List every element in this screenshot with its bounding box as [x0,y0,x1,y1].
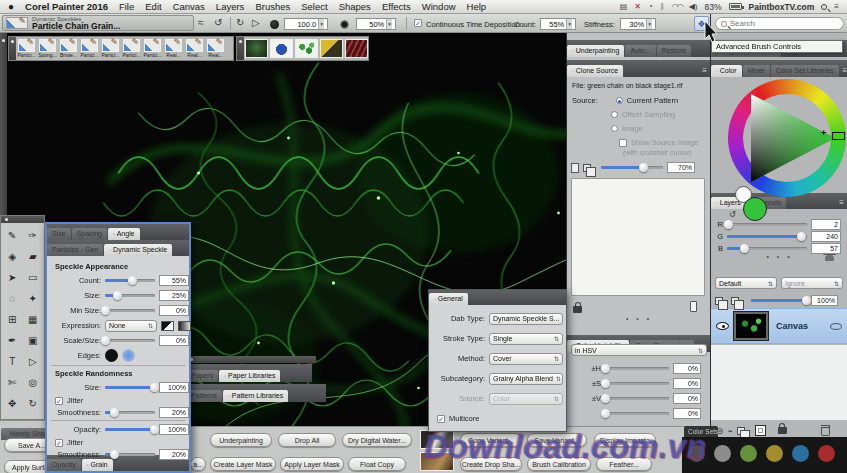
menu-shapes[interactable]: Shapes [339,1,371,12]
menu-canvas[interactable]: Canvas [173,1,205,12]
dropper-tool[interactable]: ✑ [23,225,44,246]
rect-shape-tool[interactable]: ▣ [23,330,44,351]
color-set-swatch[interactable] [792,445,809,462]
edge-hard-swatch[interactable] [105,349,118,362]
create-layer-mask-button[interactable]: Create Layer Mask [210,457,276,471]
extra-variability-value[interactable]: 0% [673,408,701,419]
source-opacity-value[interactable]: 70% [667,162,695,173]
continuous-time-checkbox[interactable]: ✓ [414,19,422,27]
tab-restoration[interactable]: Restore [657,45,692,57]
display-impasto-button[interactable]: Display Impasto [594,433,656,447]
color-set-swatch[interactable] [740,445,757,462]
preserve-transparency-icon[interactable] [715,297,723,305]
jitter-checkbox[interactable]: ✓ [55,397,63,405]
edge-soft-swatch[interactable] [122,349,135,362]
blue-slider[interactable] [727,247,807,250]
extra-variability-slider[interactable] [605,412,669,415]
layer-list-empty-area[interactable] [711,345,847,420]
layer-visibility-icon[interactable] [716,322,729,330]
eraser-tool[interactable]: ▰ [23,246,44,267]
scale-size-slider[interactable] [105,339,155,342]
smoothness-value[interactable]: 20% [159,449,189,460]
brush-variant-item[interactable]: Briste... [58,39,79,58]
chevron-down-icon[interactable]: ▾ [318,19,324,29]
brush-size-field[interactable]: 100.0 ▾ [284,18,328,30]
tab-auto-painting[interactable]: Auto... [625,45,655,57]
tab-spacing[interactable]: Spacing [72,228,107,240]
brush-variant-item[interactable]: Partici... [79,39,100,58]
underpainting-button[interactable]: Underpainting [210,433,272,447]
show-source-checkbox[interactable]: ✓ [619,139,627,147]
pickup-underlying-icon[interactable] [731,297,739,305]
brush-variant-item[interactable]: Spong... [37,39,58,58]
dab-thumbnail[interactable] [320,39,343,58]
hue-variability-slider[interactable] [605,367,669,370]
smoothness-value[interactable]: 20% [159,407,189,418]
color-set-swatch[interactable] [818,445,835,462]
color-set-swatch[interactable] [766,445,783,462]
tab-color-set-libraries[interactable]: Color Set Libraries [771,65,839,77]
timemachine-icon[interactable]: ◔ [648,2,653,11]
jitter-checkbox[interactable]: ✓ [55,439,63,447]
brush-variant-item[interactable]: Partici... [16,39,37,58]
brush-variant-item[interactable]: Real... [205,39,226,58]
dab-thumbnail[interactable] [245,39,268,58]
copy-variant-button[interactable]: Copy Variant... [460,433,522,447]
menu-help[interactable]: Help [467,1,487,12]
green-slider[interactable] [727,235,807,238]
tab-color-sets[interactable]: Color Sets [684,426,718,437]
text-tool[interactable]: T [2,351,23,372]
green-value[interactable]: 240 [811,231,841,242]
size-slider[interactable] [105,294,155,297]
lasso-tool[interactable]: ◌ [2,288,23,309]
panel-resize-dots[interactable]: • • • [567,315,711,322]
layer-blend-select[interactable]: Ignore⇅ [781,277,843,289]
random-size-value[interactable]: 100% [159,382,189,393]
hue-variability-value[interactable]: 0% [673,363,701,374]
expression-select[interactable]: None⇅ [105,320,157,332]
menu-layers[interactable]: Layers [216,1,245,12]
notification-center-icon[interactable]: ≡ [834,2,839,11]
rotate-page-tool[interactable]: ↻ [23,393,44,414]
tab-underpainting[interactable]: ▫Underpainting [567,45,624,57]
dab-type-select[interactable]: Dynamic Speckle S...⇅ [489,313,563,325]
dab-preview-icon[interactable]: ▷ [252,17,260,28]
val-variability-slider[interactable] [605,397,669,400]
subcategory-select[interactable]: Grainy Alpha Blend⇅ [489,373,563,385]
color-set-swatch[interactable] [714,445,731,462]
tab-general[interactable]: ▫General [429,293,468,305]
multicore-checkbox[interactable]: ✓ [437,415,445,423]
offset-sampling-radio[interactable] [611,111,618,118]
direction-icon-button[interactable] [161,321,174,331]
sat-variability-slider[interactable] [605,382,669,385]
search-field[interactable] [715,17,844,30]
chevron-down-icon[interactable]: ▾ [646,19,652,29]
stiffness-field[interactable]: 30% ▾ [620,18,656,30]
layer-row-canvas[interactable]: Canvas [711,308,847,344]
lock-icon[interactable] [573,306,582,313]
triangle-cursor-icon[interactable]: + [821,128,826,138]
spotlight-icon[interactable] [821,4,827,10]
panel-menu-icon[interactable]: ≡ [836,198,847,209]
bluetooth-icon[interactable]: ᛒ [660,2,665,11]
smoothness-slider[interactable] [105,411,155,414]
random-size-slider[interactable] [105,386,155,389]
drop-all-button[interactable]: Drop All [278,433,336,447]
float-copy-button[interactable]: Float Copy [348,457,406,471]
paint-bucket-tool[interactable]: ◈ [2,246,23,267]
device-icon[interactable] [690,301,697,312]
red-slider[interactable] [727,223,807,226]
transform-tool[interactable]: ⊞ [2,309,23,330]
opacity-slider[interactable] [105,428,155,431]
menu-edit[interactable]: Edit [145,1,161,12]
layer-opacity-slider[interactable] [751,299,807,302]
count-value[interactable]: 55% [159,275,189,286]
rect-select-tool[interactable]: ▭ [23,267,44,288]
tab-dynamic-speckle[interactable]: ▫Dynamic Speckle [104,244,172,256]
chevron-down-icon[interactable]: ▾ [386,19,392,29]
brush-tool[interactable]: ✎ [2,225,23,246]
brush-variant-item[interactable]: Real... [163,39,184,58]
blue-value[interactable]: 57 [811,243,841,254]
brush-selector[interactable]: Dynamic Speckles Particle Chain Grain... [2,15,194,31]
hue-marker[interactable] [832,132,845,140]
